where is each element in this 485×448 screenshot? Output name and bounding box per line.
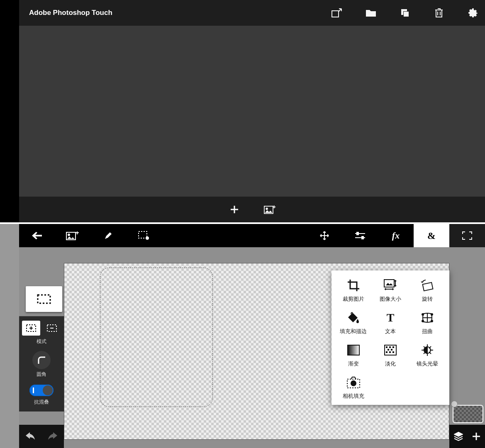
selection-settings-button[interactable] bbox=[126, 224, 162, 247]
editor-topbar: fx & bbox=[19, 224, 485, 247]
add-project-icon[interactable] bbox=[228, 203, 241, 216]
gradient-icon bbox=[346, 343, 361, 357]
fx-button[interactable]: fx bbox=[378, 224, 414, 247]
editor: fx & bbox=[0, 224, 485, 448]
trash-icon[interactable] bbox=[433, 7, 445, 19]
menu-camera-fill[interactable]: 相机填充 bbox=[335, 376, 372, 400]
svg-rect-3 bbox=[404, 12, 409, 17]
svg-point-18 bbox=[431, 314, 433, 315]
svg-point-17 bbox=[422, 314, 424, 315]
ampersand-menu-popup: 裁剪图片 图像大小 旋转 填充和描边 bbox=[331, 270, 449, 405]
paint-bucket-icon bbox=[346, 311, 361, 324]
layers-button[interactable] bbox=[452, 430, 465, 443]
svg-rect-21 bbox=[348, 345, 359, 355]
redo-button[interactable] bbox=[46, 430, 59, 443]
menu-fill-stroke[interactable]: 填充和描边 bbox=[335, 311, 372, 335]
svg-point-9 bbox=[146, 236, 149, 240]
antialias-toggle[interactable] bbox=[29, 385, 54, 396]
svg-point-19 bbox=[422, 320, 424, 322]
selection-options: 模式 圆角 抗混叠 bbox=[19, 316, 64, 411]
svg-point-33 bbox=[351, 381, 356, 386]
svg-rect-16 bbox=[423, 282, 433, 291]
selection-mode-subtract[interactable] bbox=[43, 321, 61, 336]
svg-rect-28 bbox=[386, 351, 388, 353]
svg-point-7 bbox=[68, 234, 70, 236]
image-size-icon bbox=[383, 279, 397, 292]
round-label: 圆角 bbox=[37, 371, 46, 378]
svg-rect-11 bbox=[362, 236, 363, 239]
svg-rect-25 bbox=[392, 346, 394, 348]
menu-lens-flare[interactable]: 镜头光晕 bbox=[409, 343, 446, 368]
undo-redo-bar bbox=[19, 425, 64, 448]
layer-thumbnail[interactable] bbox=[451, 401, 483, 423]
project-browser: Adobe Photoshop Touch bbox=[0, 0, 485, 223]
svg-rect-23 bbox=[386, 346, 388, 348]
fade-icon bbox=[383, 343, 397, 357]
brush-button[interactable] bbox=[90, 224, 126, 247]
ampersand-menu-button[interactable]: & bbox=[414, 224, 449, 247]
undo-button[interactable] bbox=[24, 430, 37, 443]
move-tool-button[interactable] bbox=[307, 224, 342, 247]
svg-rect-30 bbox=[392, 351, 394, 353]
add-image-project-icon[interactable] bbox=[264, 203, 276, 216]
selection-marquee[interactable] bbox=[100, 268, 213, 407]
browser-topbar: Adobe Photoshop Touch bbox=[19, 0, 485, 26]
svg-rect-0 bbox=[332, 11, 339, 17]
menu-text[interactable]: T 文本 bbox=[372, 311, 409, 335]
svg-point-5 bbox=[266, 208, 268, 209]
layers-bottombar bbox=[449, 425, 485, 448]
adjust-sliders-button[interactable] bbox=[342, 224, 378, 247]
copy-icon[interactable] bbox=[399, 7, 411, 19]
crop-icon bbox=[346, 279, 361, 292]
folder-icon[interactable] bbox=[365, 7, 377, 19]
marquee-tool-button[interactable] bbox=[26, 286, 62, 312]
text-icon: T bbox=[383, 311, 397, 324]
svg-rect-27 bbox=[391, 349, 392, 351]
selection-tools-column: 模式 圆角 抗混叠 bbox=[19, 270, 64, 448]
svg-point-20 bbox=[431, 320, 433, 322]
svg-rect-24 bbox=[389, 346, 391, 348]
rounded-corner-option[interactable] bbox=[32, 351, 51, 369]
menu-gradient[interactable]: 渐变 bbox=[335, 343, 372, 368]
back-button[interactable] bbox=[19, 224, 55, 247]
layers-column bbox=[449, 270, 485, 448]
fullscreen-button[interactable] bbox=[449, 224, 485, 247]
add-image-button[interactable] bbox=[55, 224, 90, 247]
settings-gear-icon[interactable] bbox=[467, 7, 479, 19]
antialias-label: 抗混叠 bbox=[34, 399, 49, 406]
rotate-icon bbox=[420, 279, 434, 292]
svg-rect-26 bbox=[388, 349, 389, 351]
add-layer-button[interactable] bbox=[470, 430, 483, 443]
svg-rect-12 bbox=[38, 295, 50, 303]
menu-crop[interactable]: 裁剪图片 bbox=[335, 279, 372, 303]
warp-icon bbox=[420, 311, 434, 324]
browser-body bbox=[19, 26, 485, 197]
lens-flare-icon bbox=[420, 343, 434, 357]
menu-warp[interactable]: 扭曲 bbox=[409, 311, 446, 335]
menu-image-size[interactable]: 图像大小 bbox=[372, 279, 409, 303]
app-title: Adobe Photoshop Touch bbox=[29, 9, 331, 17]
layer-visibility-dot[interactable] bbox=[451, 401, 458, 407]
share-icon[interactable] bbox=[331, 7, 343, 19]
editor-workarea: 模式 圆角 抗混叠 bbox=[19, 247, 485, 448]
svg-rect-10 bbox=[357, 232, 358, 235]
browser-bottombar bbox=[19, 197, 485, 222]
mode-label: 模式 bbox=[19, 338, 64, 345]
menu-fade[interactable]: 淡化 bbox=[372, 343, 409, 368]
camera-fill-icon bbox=[346, 376, 361, 389]
svg-rect-29 bbox=[389, 351, 391, 353]
menu-rotate[interactable]: 旋转 bbox=[409, 279, 446, 303]
svg-rect-8 bbox=[139, 231, 147, 238]
svg-rect-15 bbox=[384, 280, 394, 287]
selection-mode-add[interactable] bbox=[22, 321, 40, 336]
